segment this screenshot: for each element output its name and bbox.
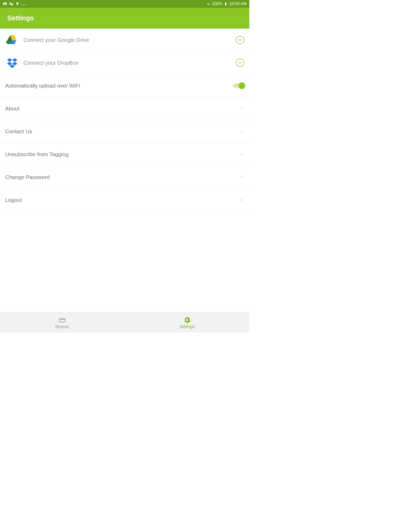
status-right-icons: 100% 10:00 AM bbox=[206, 2, 247, 6]
change-password-row[interactable]: Change Password bbox=[0, 166, 249, 189]
location-pin-icon bbox=[15, 2, 20, 6]
auto-upload-toggle[interactable] bbox=[233, 83, 244, 88]
clock-text: 10:00 AM bbox=[229, 2, 247, 6]
bottom-nav: Browse Settings bbox=[0, 312, 249, 332]
nav-browse[interactable]: Browse bbox=[0, 312, 125, 332]
photo-icon bbox=[3, 2, 7, 6]
nav-settings[interactable]: Settings bbox=[125, 312, 249, 332]
row-label: Automatically upload over WiFi bbox=[5, 83, 80, 89]
status-left-icons: … bbox=[3, 2, 26, 6]
row-label: About bbox=[5, 105, 19, 112]
plus-circle-icon bbox=[236, 59, 244, 67]
svg-point-3 bbox=[17, 3, 18, 4]
row-label: Unsubscribe from Tagging bbox=[5, 151, 69, 157]
chevron-right-icon bbox=[239, 152, 244, 157]
chevron-right-icon bbox=[239, 197, 244, 203]
google-drive-icon bbox=[5, 33, 19, 47]
row-label: Logout bbox=[5, 197, 22, 203]
settings-list: Connect your Google Drive Connect your D… bbox=[0, 29, 249, 312]
page-title: Settings bbox=[7, 14, 34, 22]
logout-row[interactable]: Logout bbox=[0, 189, 249, 211]
svg-point-11 bbox=[186, 319, 188, 321]
dropbox-icon bbox=[5, 56, 19, 70]
connect-dropbox-row[interactable]: Connect your DropBox bbox=[0, 51, 249, 74]
svg-rect-5 bbox=[225, 2, 226, 3]
auto-upload-wifi-row[interactable]: Automatically upload over WiFi bbox=[0, 74, 249, 97]
nav-label: Settings bbox=[179, 324, 195, 329]
row-label: Connect your Google Drive bbox=[23, 37, 89, 43]
plus-circle-icon bbox=[236, 36, 244, 44]
battery-percent-text: 100% bbox=[212, 2, 222, 6]
gear-icon bbox=[183, 316, 191, 324]
contact-us-row[interactable]: Contact Us bbox=[0, 120, 249, 143]
toggle-on-icon bbox=[233, 83, 244, 88]
row-label: Contact Us bbox=[5, 128, 32, 135]
chevron-right-icon bbox=[239, 129, 244, 134]
unsubscribe-tagging-row[interactable]: Unsubscribe from Tagging bbox=[0, 143, 249, 166]
connect-google-drive-row[interactable]: Connect your Google Drive bbox=[0, 29, 249, 51]
chevron-right-icon bbox=[239, 175, 244, 180]
row-label: Connect your DropBox bbox=[23, 60, 78, 66]
svg-rect-4 bbox=[225, 3, 227, 5]
row-label: Change Password bbox=[5, 174, 50, 180]
nav-label: Browse bbox=[55, 324, 69, 329]
folder-icon bbox=[58, 316, 66, 324]
sun-cloud-icon bbox=[9, 2, 14, 6]
about-row[interactable]: About bbox=[0, 97, 249, 120]
chevron-right-icon bbox=[239, 106, 244, 111]
add-google-drive-button[interactable] bbox=[236, 36, 244, 44]
more-notifications-icon: … bbox=[21, 2, 26, 6]
battery-full-icon bbox=[223, 2, 228, 6]
wifi-icon bbox=[206, 2, 211, 6]
app-bar: Settings bbox=[0, 8, 249, 29]
svg-point-2 bbox=[10, 3, 11, 4]
android-status-bar: … 100% 10:00 AM bbox=[0, 0, 249, 8]
add-dropbox-button[interactable] bbox=[236, 59, 244, 67]
